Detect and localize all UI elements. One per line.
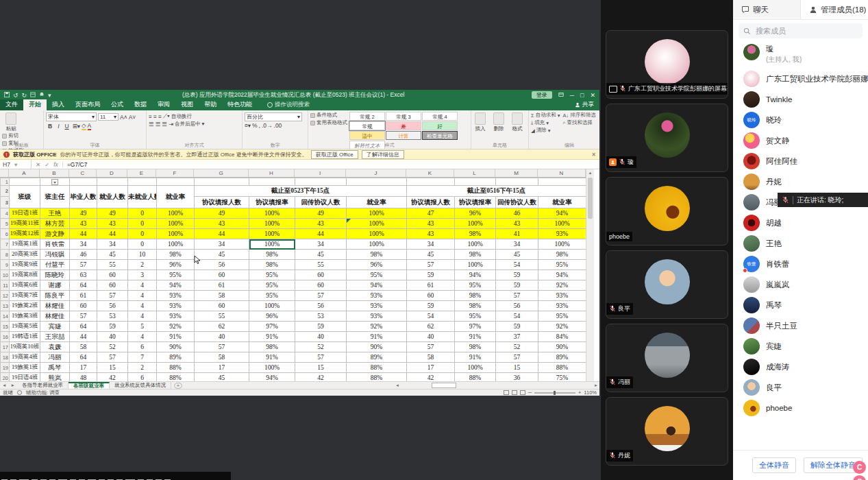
tab-chat[interactable]: 聊天	[733, 0, 801, 19]
cell-value[interactable]: 64	[70, 322, 97, 332]
cell-value[interactable]: 45	[295, 250, 347, 260]
cell-class[interactable]: 19旅英1班	[10, 363, 40, 373]
cell-value[interactable]: 100%	[157, 239, 195, 250]
cell-value[interactable]: 56	[295, 301, 347, 311]
cell-value[interactable]: 91%	[455, 352, 496, 363]
cell-value[interactable]: 75%	[538, 373, 586, 382]
cell-teacher[interactable]: 冯丽	[40, 352, 70, 363]
spreadsheet-grid[interactable]: 1▾2班级班主任毕业人数就业人数未就业人数就业率截止至0523下午15点截止至0…	[0, 178, 586, 381]
cell-N1[interactable]	[538, 178, 586, 186]
header-cell[interactable]: 就业人数	[97, 186, 128, 208]
cell-value[interactable]: 98%	[538, 250, 586, 260]
cell-value[interactable]: 40	[195, 332, 249, 342]
cell-value[interactable]: 98%	[455, 301, 496, 311]
sheet-nav-right-icon[interactable]: ►	[8, 382, 16, 389]
cell-value[interactable]: 54	[496, 311, 538, 322]
cell-value[interactable]: 96%	[347, 260, 407, 270]
cell-value[interactable]: 100%	[538, 219, 586, 229]
cell-value[interactable]: 0	[128, 239, 157, 250]
cell-value[interactable]: 95%	[455, 280, 496, 291]
font-name-select[interactable]: 宋体▾	[46, 112, 97, 121]
cell-value[interactable]: 56	[195, 260, 249, 270]
increase-decimal-icon[interactable]: .0→	[262, 122, 273, 129]
cell-value[interactable]: 93%	[157, 301, 195, 311]
cell-value[interactable]: 89%	[347, 352, 407, 363]
cell-value[interactable]: 100%	[347, 239, 407, 250]
sheet-tab-各指导老师就业率[interactable]: 各指导老师就业率	[17, 382, 69, 389]
cell-value[interactable]: 95%	[157, 270, 195, 280]
column-header-C[interactable]: C	[69, 169, 97, 177]
cell-B1[interactable]: ▾	[40, 178, 70, 186]
cell-value[interactable]: 100%	[455, 219, 496, 229]
cell-value[interactable]: 57	[70, 260, 97, 270]
cell-value[interactable]: 57	[97, 291, 128, 301]
cell-value[interactable]: 44	[70, 229, 97, 239]
cell-value[interactable]: 34	[295, 239, 347, 250]
column-header-G[interactable]: G	[194, 169, 249, 177]
filter-dropdown-icon[interactable]: ▾	[51, 179, 58, 185]
cell-value[interactable]: 100%	[455, 239, 496, 250]
member-item[interactable]: 璇(主持人, 我)	[733, 43, 868, 69]
cell-value[interactable]: 46	[70, 250, 97, 260]
minimize-icon[interactable]: ─	[570, 92, 574, 99]
cell-teacher[interactable]: 陈晓玲	[40, 270, 70, 280]
cell-value[interactable]: 57	[407, 342, 455, 352]
cell-style-好[interactable]: 好	[422, 121, 458, 130]
horizontal-scrollbar[interactable]: ◄ ►	[394, 382, 599, 389]
cell-teacher[interactable]: 陈良平	[40, 291, 70, 301]
cell-value[interactable]: 93%	[347, 311, 407, 322]
cell-value[interactable]: 100%	[347, 208, 407, 219]
cell-value[interactable]: 96%	[455, 208, 496, 219]
save-icon[interactable]	[4, 92, 10, 99]
cell-teacher[interactable]: 袁媛	[40, 342, 70, 352]
cell-value[interactable]: 94%	[157, 280, 195, 291]
cell-value[interactable]: 37	[496, 332, 538, 342]
cell-value[interactable]: 49	[97, 208, 128, 219]
search-input[interactable]	[754, 26, 850, 36]
sheet-tab-各班级就业率[interactable]: 各班级就业率	[69, 382, 110, 389]
cell-class[interactable]: 19商英4班	[10, 352, 40, 363]
column-header-B[interactable]: B	[40, 169, 69, 177]
add-sheet-icon[interactable]: +	[174, 383, 182, 389]
cell-value[interactable]: 93%	[538, 301, 586, 311]
cell-value[interactable]: 94%	[249, 373, 295, 382]
close-icon[interactable]: ✕	[590, 92, 595, 99]
bell-icon[interactable]	[39, 92, 45, 99]
cell-value[interactable]: 57	[496, 291, 538, 301]
cell-value[interactable]: 95%	[249, 270, 295, 280]
quick-access-toolbar[interactable]: ↺ ↻ ▾	[0, 92, 55, 99]
cell-value[interactable]: 59	[496, 280, 538, 291]
cell-value[interactable]: 57	[70, 311, 97, 322]
member-item[interactable]: 王艳	[733, 233, 868, 254]
align-center-icon[interactable]: ☰	[156, 121, 161, 128]
subheader-cell[interactable]: 回传协议人数	[295, 197, 347, 208]
header-group-0516[interactable]: 截止至0516下午15点	[407, 186, 586, 197]
cell-value[interactable]: 91%	[249, 352, 295, 363]
cell-teacher[interactable]: 肖铁雷	[40, 239, 70, 250]
cell-J1[interactable]	[347, 178, 407, 186]
cell-value[interactable]: 59	[496, 270, 538, 280]
cell-value[interactable]: 49	[195, 208, 249, 219]
cell-C1[interactable]	[70, 178, 97, 186]
cell-class[interactable]: 19旅英2班	[10, 301, 40, 311]
cell-style-检查单元格[interactable]: 检查单元格	[422, 131, 458, 140]
clear-button[interactable]: ◢清除 ▾	[531, 127, 560, 134]
cell-value[interactable]: 90%	[538, 342, 586, 352]
autosum-button[interactable]: Σ自动求和 ▾	[531, 112, 560, 119]
column-header-A[interactable]: A	[9, 169, 40, 177]
cell-value[interactable]: 4	[128, 291, 157, 301]
cell-value[interactable]: 59	[496, 322, 538, 332]
align-left-icon[interactable]: ☰	[149, 121, 154, 128]
subheader-cell[interactable]: 回传协议人数	[496, 197, 538, 208]
cell-value[interactable]: 88%	[157, 373, 195, 382]
cell-value[interactable]: 100%	[347, 219, 407, 229]
cell-class[interactable]: 19商英1班	[10, 239, 40, 250]
shrink-font-icon[interactable]: A˅	[129, 114, 136, 121]
learn-more-button[interactable]: 了解详细信息	[362, 150, 404, 159]
cell-value[interactable]: 55	[195, 311, 249, 322]
video-tile[interactable]: 广东工贸职业技术学院彭丽娜的屏幕共享	[606, 30, 728, 99]
normal-view-icon[interactable]	[504, 390, 509, 395]
maximize-icon[interactable]: □	[580, 92, 584, 99]
cell-value[interactable]: 64	[70, 280, 97, 291]
column-header-N[interactable]: N	[538, 169, 586, 177]
